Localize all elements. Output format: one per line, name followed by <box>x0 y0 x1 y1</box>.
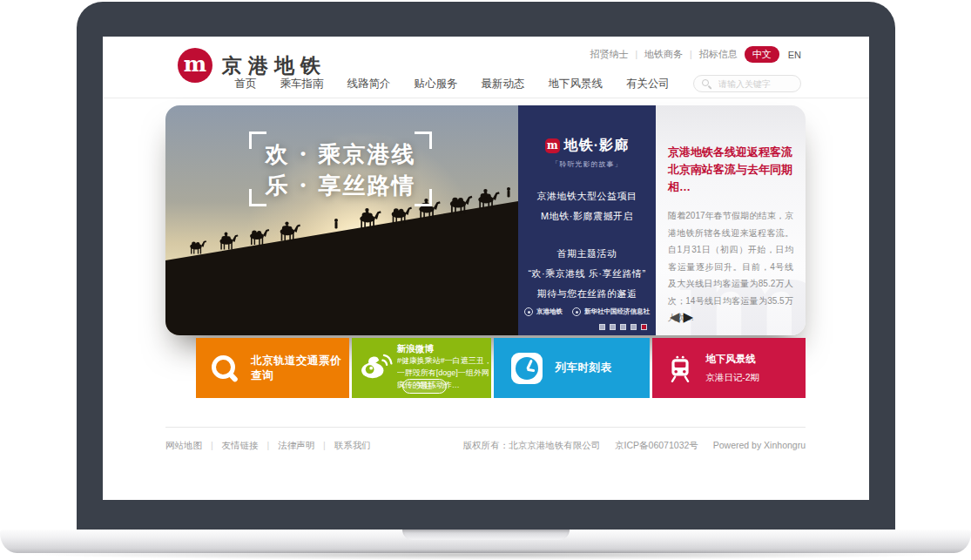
lang-zh-badge[interactable]: 中文 <box>745 46 779 63</box>
promo-text-group1: 京港地铁大型公益项目 M地铁·影廊震撼开启 <box>518 186 656 226</box>
clock-icon <box>511 353 543 384</box>
footer-link-contact[interactable]: 联系我们 <box>334 440 371 450</box>
carousel-pagination <box>599 324 647 330</box>
laptop-base <box>0 530 971 553</box>
topbar-link-bidding[interactable]: 招标信息 <box>699 48 738 61</box>
promo-text-group2: 首期主题活动 “欢·乘京港线 乐·享丝路情” 期待与您在丝路的邂逅 <box>518 244 656 304</box>
pagination-dot-4[interactable] <box>630 324 637 330</box>
promo-panel[interactable]: m 地铁·影廊 「聆听光影的故事」 京港地铁大型公益项目 M地铁·影廊震撼开启 … <box>518 105 656 335</box>
magnifier-icon <box>210 354 239 383</box>
site-footer: 网站地图 | 友情链接 | 法律声明 | 联系我们 版权所有：北京京港地铁有限公… <box>165 427 806 452</box>
nav-item-services[interactable]: 贴心服务 <box>415 77 458 91</box>
tile-weibo[interactable]: 新浪微博 #健康换乘站#一白遮三丑，一胖毁所有[doge]一组外网疯传的晨练动作… <box>352 338 491 398</box>
tile-fare-inquiry[interactable]: 北京轨道交通票价查询 <box>196 338 349 398</box>
weibo-follow-button[interactable]: 关注 <box>402 379 447 394</box>
partner-xinhua: 新华社中国经济信息社 <box>572 307 650 316</box>
icp-number: 京ICP备06071032号 <box>615 440 698 450</box>
nav-item-scenic-line[interactable]: 地下风景线 <box>549 77 604 91</box>
xinhua-logo-icon <box>572 307 581 316</box>
separator: | <box>636 50 638 59</box>
weibo-title: 新浪微博 <box>397 343 434 355</box>
footer-links: 网站地图 | 友情链接 | 法律声明 | 联系我们 <box>165 440 377 452</box>
laptop-bezel: m 京港地铁 招贤纳士 | 地铁商务 | 招标信息 中文 EN 首页 乘车指南 … <box>77 2 895 530</box>
powered-by: Powered by Xinhongru <box>713 440 806 450</box>
pagination-dot-1[interactable] <box>599 324 605 330</box>
hero-bracket-frame: 欢 · 乘京港线 乐 · 享丝路情 <box>249 132 432 206</box>
watermark-m-icon: m <box>675 233 806 335</box>
search-box[interactable] <box>693 75 801 92</box>
nav-item-lines[interactable]: 线路简介 <box>347 77 391 91</box>
footer-link-sitemap[interactable]: 网站地图 <box>165 440 202 450</box>
mtr-logo-icon <box>524 307 533 316</box>
hero-banner: 欢 · 乘京港线 乐 · 享丝路情 m 地铁·影廊 「聆听光影的故事」 京港地铁… <box>165 105 806 335</box>
nav-item-news[interactable]: 最新动态 <box>482 77 525 91</box>
news-title-link[interactable]: 京港地铁各线迎返程客流 北京南站客流与去年同期相… <box>668 144 793 196</box>
carousel-prev-icon[interactable]: ◀ <box>670 310 680 323</box>
main-content: 欢 · 乘京港线 乐 · 享丝路情 m 地铁·影廊 「聆听光影的故事」 京港地铁… <box>165 105 806 398</box>
tile-timetable-label: 列车时刻表 <box>556 361 612 375</box>
copyright-text: 版权所有：北京京港地铁有限公司 <box>463 440 601 450</box>
promo-line5: 期待与您在丝路的邂逅 <box>518 284 656 304</box>
footer-link-friends[interactable]: 友情链接 <box>222 440 259 450</box>
hero-title-line2: 乐 · 享丝路情 <box>249 170 432 201</box>
search-input[interactable] <box>717 78 792 90</box>
laptop-base-notch <box>402 530 570 540</box>
topbar-link-business[interactable]: 地铁商务 <box>644 48 683 61</box>
train-icon <box>666 354 694 382</box>
hero-slide[interactable]: 欢 · 乘京港线 乐 · 享丝路情 <box>165 105 518 335</box>
search-icon <box>702 79 711 89</box>
pagination-dot-5-active[interactable] <box>641 324 647 330</box>
tile-scenic-text: 地下风景线 京港日记-2期 <box>705 353 759 384</box>
partner-mtr-label: 京港地铁 <box>536 307 563 316</box>
footer-legal: 版权所有：北京京港地铁有限公司 京ICP备06071032号 Powered b… <box>451 440 806 452</box>
separator: | <box>690 50 692 59</box>
nav-item-home[interactable]: 首页 <box>235 77 257 91</box>
promo-line4: “欢·乘京港线 乐·享丝路情” <box>518 264 656 284</box>
quick-tiles: 北京轨道交通票价查询 新浪微博 #健康换乘站#一白遮三丑，一胖毁所有[doge]… <box>196 338 806 398</box>
main-nav: 首页 乘车指南 线路简介 贴心服务 最新动态 地下风景线 有关公司 <box>235 75 802 92</box>
tile-fare-label: 北京轨道交通票价查询 <box>251 354 349 383</box>
separator: | <box>267 440 270 450</box>
nav-item-ride-guide[interactable]: 乘车指南 <box>280 77 324 91</box>
promo-line2: M地铁·影廊震撼开启 <box>518 206 656 226</box>
carousel-arrows: ◀ ▶ <box>670 310 693 323</box>
laptop-screen: m 京港地铁 招贤纳士 | 地铁商务 | 招标信息 中文 EN 首页 乘车指南 … <box>103 37 869 500</box>
promo-brand-slogan: 「聆听光影的故事」 <box>518 159 656 169</box>
pagination-dot-2[interactable] <box>610 324 616 330</box>
news-panel: m 京港地铁各线迎返程客流 北京南站客流与去年同期相… 随着2017年春节假期的… <box>656 105 806 335</box>
lang-en-link[interactable]: EN <box>788 50 801 60</box>
hero-title: 欢 · 乘京港线 乐 · 享丝路情 <box>249 138 432 201</box>
tile-scenic-title: 地下风景线 <box>705 353 759 366</box>
promo-brand-name: 地铁·影廊 <box>564 137 629 155</box>
tile-scenic-line[interactable]: 地下风景线 京港日记-2期 <box>652 338 806 398</box>
separator: | <box>323 440 326 450</box>
pagination-dot-3[interactable] <box>620 324 626 330</box>
tile-timetable[interactable]: 列车时刻表 <box>494 338 651 398</box>
footer-link-legal[interactable]: 法律声明 <box>278 440 314 450</box>
promo-line3: 首期主题活动 <box>518 244 656 264</box>
carousel-next-icon[interactable]: ▶ <box>684 310 694 323</box>
partner-mtr: 京港地铁 <box>524 307 563 316</box>
topbar-link-recruit[interactable]: 招贤纳士 <box>590 48 629 61</box>
tile-scenic-subtitle: 京港日记-2期 <box>705 372 759 384</box>
separator: | <box>211 440 213 450</box>
metro-gallery-m-icon: m <box>545 138 560 153</box>
weibo-icon <box>360 352 393 380</box>
topbar-links: 招贤纳士 | 地铁商务 | 招标信息 中文 EN <box>590 46 802 63</box>
hero-title-line1: 欢 · 乘京港线 <box>249 138 432 170</box>
partner-xinhua-label: 新华社中国经济信息社 <box>584 307 650 316</box>
promo-brand: m 地铁·影廊 <box>518 137 656 155</box>
site-header: m 京港地铁 招贤纳士 | 地铁商务 | 招标信息 中文 EN 首页 乘车指南 … <box>103 37 869 98</box>
logo-m-icon: m <box>178 48 212 83</box>
promo-partners: 京港地铁 新华社中国经济信息社 <box>518 307 656 316</box>
promo-line1: 京港地铁大型公益项目 <box>518 186 656 206</box>
nav-item-about[interactable]: 有关公司 <box>626 77 670 91</box>
